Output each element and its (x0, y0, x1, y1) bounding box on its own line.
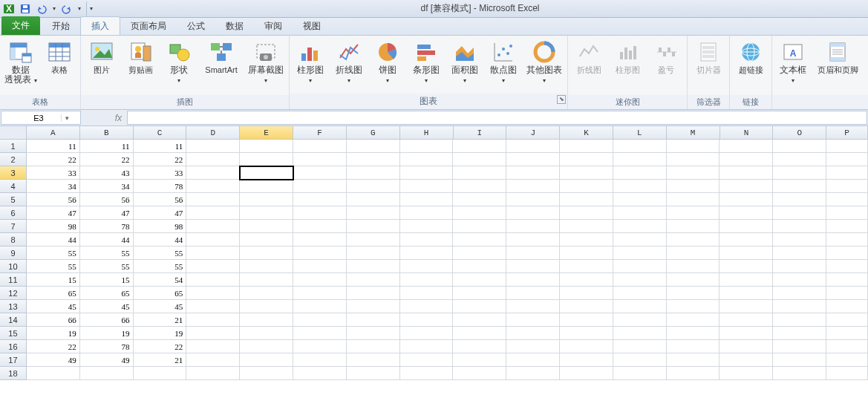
cell-J13[interactable] (506, 300, 560, 313)
cell-L6[interactable] (613, 206, 667, 220)
cell-P5[interactable] (826, 193, 868, 206)
save-button[interactable] (18, 1, 33, 16)
cell-D10[interactable] (186, 260, 240, 273)
cell-O15[interactable] (773, 327, 826, 340)
cell-P18[interactable] (826, 367, 868, 380)
formula-input[interactable] (128, 111, 867, 124)
cell-F15[interactable] (293, 327, 347, 340)
cell-J2[interactable] (506, 153, 560, 166)
cell-F4[interactable] (293, 180, 347, 193)
cell-F9[interactable] (293, 247, 347, 260)
cell-D4[interactable] (186, 180, 240, 193)
textbox-button[interactable]: A 文本框▾ (777, 37, 809, 85)
cell-G3[interactable] (347, 166, 400, 180)
line-chart-button[interactable]: 折线图▾ (333, 37, 365, 85)
cell-F16[interactable] (293, 340, 347, 353)
column-header-E[interactable]: E (240, 126, 293, 140)
cell-D2[interactable] (186, 153, 240, 166)
clipart-button[interactable]: 剪贴画 (124, 37, 157, 75)
cell-D12[interactable] (186, 287, 240, 300)
cell-O16[interactable] (773, 340, 826, 353)
cell-F10[interactable] (293, 260, 347, 273)
column-header-C[interactable]: C (134, 126, 187, 140)
cell-E10[interactable] (240, 260, 293, 273)
cell-C6[interactable]: 47 (134, 206, 187, 220)
qat-customize-dropdown[interactable]: ▾ (86, 1, 95, 16)
cell-M11[interactable] (667, 273, 720, 287)
cell-A4[interactable]: 34 (27, 180, 80, 193)
column-header-A[interactable]: A (27, 126, 80, 140)
cell-C2[interactable]: 22 (134, 153, 187, 166)
column-header-P[interactable]: P (826, 126, 868, 140)
cell-F14[interactable] (293, 313, 347, 327)
row-header-2[interactable]: 2 (0, 153, 27, 166)
fx-label[interactable]: fx (82, 110, 126, 125)
cell-I2[interactable] (453, 153, 506, 166)
cell-F18[interactable] (293, 367, 347, 380)
column-header-M[interactable]: M (667, 126, 720, 140)
cell-A11[interactable]: 15 (27, 273, 80, 287)
column-header-G[interactable]: G (347, 126, 400, 140)
cell-K1[interactable] (560, 140, 613, 153)
cell-K17[interactable] (560, 353, 613, 367)
cell-D9[interactable] (186, 247, 240, 260)
cell-C1[interactable]: 11 (134, 140, 187, 153)
cell-J1[interactable] (506, 140, 560, 153)
cell-A10[interactable]: 55 (27, 260, 80, 273)
cell-D18[interactable] (186, 367, 240, 380)
cell-L16[interactable] (613, 340, 667, 353)
cell-E14[interactable] (240, 313, 293, 327)
cell-M6[interactable] (667, 206, 720, 220)
row-header-16[interactable]: 16 (0, 340, 27, 353)
select-all-corner[interactable] (0, 126, 27, 140)
row-header-10[interactable]: 10 (0, 260, 27, 273)
cell-B14[interactable]: 66 (80, 313, 134, 327)
row-header-5[interactable]: 5 (0, 193, 27, 206)
pie-chart-button[interactable]: 饼图▾ (371, 37, 404, 85)
cell-I18[interactable] (453, 367, 506, 380)
cell-F11[interactable] (293, 273, 347, 287)
cell-B2[interactable]: 22 (80, 153, 134, 166)
cell-E11[interactable] (240, 273, 293, 287)
cell-A16[interactable]: 22 (27, 340, 80, 353)
cell-H1[interactable] (400, 140, 454, 153)
cell-H14[interactable] (400, 313, 454, 327)
cell-B4[interactable]: 34 (80, 180, 134, 193)
cell-O18[interactable] (773, 367, 826, 380)
cell-N2[interactable] (719, 153, 773, 166)
cell-B17[interactable]: 49 (80, 353, 134, 367)
cell-E15[interactable] (240, 327, 293, 340)
cell-N5[interactable] (719, 193, 773, 206)
cell-K9[interactable] (560, 247, 613, 260)
cell-H17[interactable] (400, 353, 454, 367)
cell-D17[interactable] (186, 353, 240, 367)
cell-J16[interactable] (506, 340, 560, 353)
cell-J10[interactable] (506, 260, 560, 273)
cell-B13[interactable]: 45 (80, 300, 134, 313)
cell-K13[interactable] (560, 300, 613, 313)
name-box-dropdown[interactable]: ▾ (61, 114, 73, 122)
cell-A13[interactable]: 45 (27, 300, 80, 313)
cell-P6[interactable] (826, 206, 868, 220)
tab-page-layout[interactable]: 页面布局 (120, 17, 177, 35)
sparkline-column-button[interactable]: 柱形图 (611, 37, 644, 75)
cell-C17[interactable]: 21 (134, 353, 187, 367)
cell-M3[interactable] (667, 166, 720, 180)
cell-K15[interactable] (560, 327, 613, 340)
cell-E6[interactable] (240, 206, 293, 220)
cell-C9[interactable]: 55 (134, 247, 187, 260)
worksheet[interactable]: ABCDEFGHIJKLMNOP111111122222223334333434… (0, 126, 868, 395)
cell-L1[interactable] (613, 140, 667, 153)
cell-G5[interactable] (347, 193, 400, 206)
cell-C15[interactable]: 19 (134, 327, 187, 340)
cell-I17[interactable] (453, 353, 506, 367)
cell-B16[interactable]: 78 (80, 340, 134, 353)
cell-P9[interactable] (826, 247, 868, 260)
cell-N6[interactable] (719, 206, 773, 220)
cell-C4[interactable]: 78 (134, 180, 187, 193)
bar-chart-button[interactable]: 条形图▾ (410, 37, 443, 85)
column-header-F[interactable]: F (293, 126, 347, 140)
cell-N18[interactable] (719, 367, 773, 380)
row-header-4[interactable]: 4 (0, 180, 27, 193)
redo-dropdown[interactable]: ▾ (76, 1, 83, 16)
